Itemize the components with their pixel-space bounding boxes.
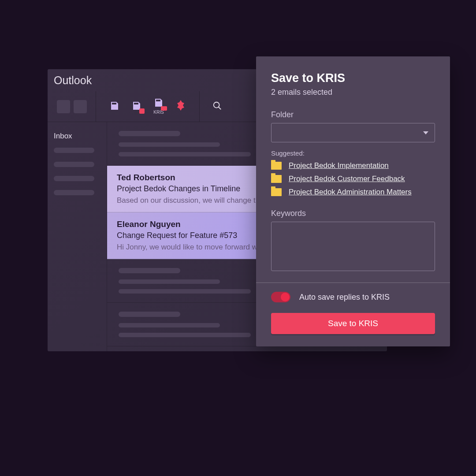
- save-to-kris-button[interactable]: Save to KRIS: [271, 313, 435, 334]
- search-icon[interactable]: [211, 100, 223, 112]
- folder-placeholder[interactable]: [54, 176, 94, 181]
- keywords-field-label: Keywords: [271, 209, 435, 218]
- save-to-kris-dialog: Save to KRIS 2 emails selected Folder Su…: [256, 56, 450, 346]
- svg-line-1: [219, 107, 221, 109]
- auto-save-toggle[interactable]: [271, 292, 290, 302]
- auto-save-toggle-label: Auto save replies to KRIS: [299, 293, 390, 302]
- suggested-folder-row[interactable]: Project Bedok Implementation: [271, 161, 435, 170]
- svg-point-0: [214, 102, 219, 108]
- inbox-folder[interactable]: Inbox: [54, 132, 100, 141]
- kris-logo-icon[interactable]: [175, 100, 187, 112]
- save-note-icon: [152, 97, 165, 109]
- folder-placeholder[interactable]: [54, 148, 94, 153]
- search-group: [200, 91, 223, 122]
- dialog-title: Save to KRIS: [271, 71, 435, 85]
- ribbon-tab-placeholder[interactable]: [57, 100, 70, 113]
- dialog-subtitle: 2 emails selected: [271, 88, 435, 97]
- suggested-folder-link[interactable]: Project Bedok Administration Matters: [289, 188, 412, 197]
- folder-icon: [271, 188, 282, 196]
- folder-sidebar: Inbox: [48, 122, 107, 351]
- save-icon[interactable]: [108, 100, 121, 112]
- folder-placeholder[interactable]: [54, 190, 94, 195]
- folder-select[interactable]: [271, 123, 435, 142]
- folder-icon: [271, 162, 282, 170]
- folder-icon: [271, 175, 282, 183]
- folder-placeholder[interactable]: [54, 162, 94, 167]
- keywords-input[interactable]: [271, 222, 435, 271]
- suggested-folder-link[interactable]: Project Bedok Implementation: [289, 161, 389, 170]
- kris-tab[interactable]: KRIS: [152, 98, 165, 115]
- suggested-folder-link[interactable]: Project Bedok Customer Feedback: [289, 175, 405, 183]
- suggested-label: Suggested:: [271, 149, 435, 157]
- suggested-folder-row[interactable]: Project Bedok Administration Matters: [271, 188, 435, 197]
- ribbon-tab-placeholder[interactable]: [74, 100, 87, 113]
- auto-save-toggle-row: Auto save replies to KRIS: [256, 283, 450, 302]
- folder-field-label: Folder: [271, 110, 435, 119]
- save-attachment-icon[interactable]: [130, 100, 143, 112]
- suggested-folder-row[interactable]: Project Bedok Customer Feedback: [271, 175, 435, 183]
- tab-group: [48, 91, 96, 122]
- chevron-down-icon: [423, 131, 428, 134]
- kris-toolbar-group: KRIS: [96, 91, 200, 122]
- app-title: Outlook: [54, 74, 92, 87]
